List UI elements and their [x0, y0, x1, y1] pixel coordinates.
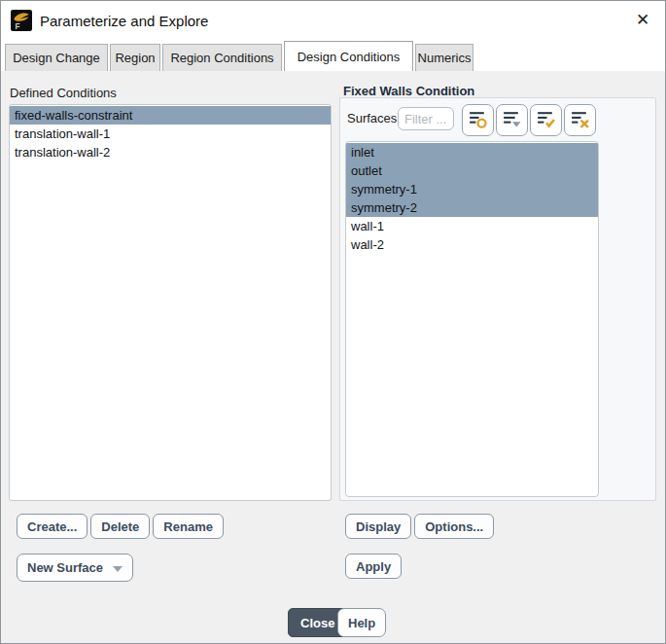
surfaces-label: Surfaces [347, 111, 397, 125]
parameterize-and-explore-dialog: F Parameterize and Explore ✕ Design Chan… [0, 0, 666, 644]
list-options-button[interactable] [496, 104, 528, 136]
new-surface-dropdown[interactable]: New Surface [17, 554, 133, 582]
list-item[interactable]: symmetry-2 [346, 198, 598, 217]
apply-row: Apply [345, 554, 402, 579]
new-surface-label: New Surface [27, 560, 103, 575]
filter-match-icon [468, 109, 488, 132]
delete-button[interactable]: Delete [90, 514, 150, 539]
window-close-button[interactable]: ✕ [626, 5, 659, 34]
chevron-down-icon [113, 566, 123, 572]
fixed-walls-condition-group: Surfaces [339, 97, 656, 501]
defined-conditions-list: fixed-walls-constraint translation-wall-… [9, 104, 332, 501]
options-button[interactable]: Options... [414, 514, 494, 539]
svg-text:F: F [15, 22, 19, 31]
tab-bar: Design Change Region Region Conditions D… [5, 41, 475, 71]
list-item[interactable]: symmetry-1 [346, 180, 598, 198]
select-all-icon [536, 109, 556, 132]
tab-design-change[interactable]: Design Change [5, 44, 108, 71]
rename-button[interactable]: Rename [153, 514, 224, 539]
right-button-row: Display Options... [345, 514, 494, 539]
defined-conditions-label: Defined Conditions [10, 86, 117, 100]
display-button[interactable]: Display [345, 514, 411, 539]
left-button-row: Create... Delete Rename [17, 514, 224, 539]
fixed-walls-condition-header: Fixed Walls Condition [343, 84, 474, 98]
list-item[interactable]: translation-wall-1 [10, 125, 331, 143]
tab-design-conditions[interactable]: Design Conditions [284, 41, 413, 71]
deselect-all-button[interactable] [564, 104, 596, 136]
window-title: Parameterize and Explore [40, 13, 208, 29]
deselect-all-icon [570, 109, 590, 132]
surfaces-list: inlet outlet symmetry-1 symmetry-2 wall-… [345, 141, 599, 497]
new-surface-row: New Surface [17, 554, 133, 582]
fluent-app-icon: F [11, 10, 32, 31]
list-options-icon [502, 109, 522, 132]
create-button[interactable]: Create... [17, 514, 88, 539]
tab-region[interactable]: Region [110, 44, 160, 71]
surfaces-filter-input[interactable] [398, 107, 454, 130]
tab-region-conditions[interactable]: Region Conditions [162, 44, 282, 71]
title-bar: F Parameterize and Explore ✕ Design Chan… [1, 1, 665, 71]
list-item[interactable]: wall-2 [346, 235, 598, 254]
list-item[interactable]: fixed-walls-constraint [10, 106, 331, 125]
filter-match-button[interactable] [462, 104, 494, 136]
tab-numerics[interactable]: Numerics [415, 44, 473, 71]
list-item[interactable]: translation-wall-2 [10, 143, 331, 161]
list-item[interactable]: inlet [346, 143, 598, 161]
select-all-button[interactable] [530, 104, 562, 136]
help-button[interactable]: Help [337, 608, 386, 637]
list-item[interactable]: wall-1 [346, 217, 598, 235]
list-item[interactable]: outlet [346, 161, 598, 180]
apply-button[interactable]: Apply [345, 554, 402, 579]
